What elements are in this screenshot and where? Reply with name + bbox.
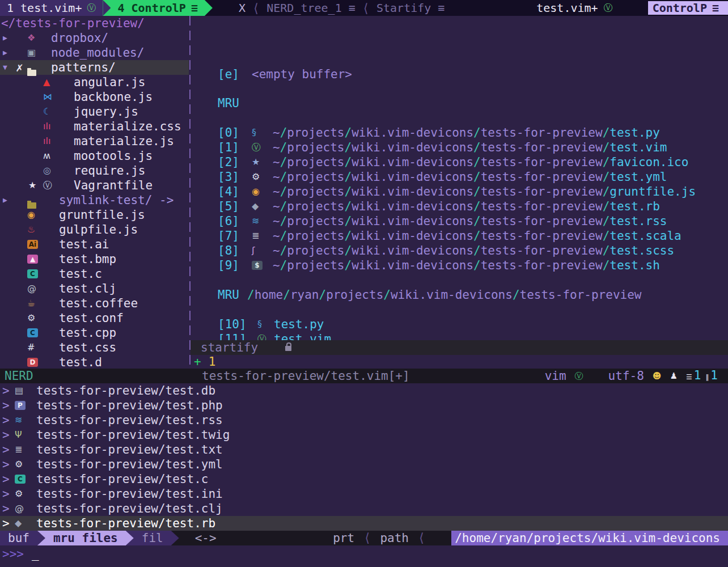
tree-item[interactable]: @test.clj [0,281,189,296]
tree-item[interactable]: Ctest.cpp [0,325,189,340]
startify-empty-buffer-entry[interactable]: [e]<empty buffer> [193,67,728,82]
chevron-right-icon: ▶ [3,45,7,60]
ctrlp-item[interactable]: >⚙tests-for-preview/test.yml [0,457,728,472]
tree-item[interactable]: ◉gruntfile.js [0,208,189,222]
ctrlp-item[interactable]: >Ctests-for-preview/test.c [0,472,728,486]
powerline-arrow [126,531,134,545]
file-path-label: tests-for-preview/test.rb [36,516,215,531]
lock-icon [285,346,291,351]
tree-item[interactable]: ♨gulpfile.js [0,222,189,237]
ctrlp-item[interactable]: >≣tests-for-preview/test.txt [0,442,728,457]
tree-item-label: Vagrantfile [74,178,153,193]
path-separator: / [280,185,287,198]
startify-mru-entry[interactable]: [0]§~/projects/wiki.vim-devicons/tests-f… [193,125,728,140]
path-segment: tests-for-preview [481,259,603,272]
ctrlp-item[interactable]: >Ptests-for-preview/test.php [0,398,728,413]
window-item-nerdtree[interactable]: NERD_tree_1 [266,1,341,15]
close-icon[interactable]: X [239,1,246,15]
d-icon: D [27,358,38,367]
startify-mru-entry[interactable]: [3]⚙~/projects/wiki.vim-devicons/tests-f… [193,170,728,184]
tree-item[interactable]: ılımaterialize.js [0,134,189,149]
ctrlp-item[interactable]: >≋tests-for-preview/test.rss [0,413,728,428]
tree-item[interactable]: #test.css [0,340,189,355]
mode-fil[interactable]: fil [134,531,171,545]
tree-item[interactable]: ▶❖dropbox/ [0,31,189,45]
file-path: ~/projects/wiki.vim-devicons/tests-for-p… [273,243,674,258]
path-segment: home [255,288,283,302]
tab-controlp-right[interactable]: ControlP ≡ [648,1,728,15]
ctrlp-item[interactable]: >⚙tests-for-preview/test.ini [0,486,728,501]
startify-mru-entry[interactable]: [2]★~/projects/wiki.vim-devicons/tests-f… [193,155,728,170]
path-segment: projects [326,288,383,302]
path-separator: / [344,141,352,154]
startify-mru-entry[interactable]: [9]$~/projects/wiki.vim-devicons/tests-f… [193,258,728,273]
tree-item[interactable]: ▶symlink-test/ -> [0,193,189,208]
path-separator: / [383,288,391,302]
ctrlp-list: >▤tests-for-preview/test.db>Ptests-for-p… [0,383,728,531]
tree-item[interactable]: Aitest.ai [0,237,189,252]
ctrlp-item[interactable]: >◆tests-for-preview/test.rb [0,516,728,531]
tree-item[interactable]: ▲test.bmp [0,252,189,266]
tree-item[interactable]: Ctest.c [0,266,189,281]
path-separator: / [280,126,287,139]
powerline-arrow [205,0,213,16]
current-buffer-label[interactable]: test.vim+ [536,1,598,15]
startify-mru-entry[interactable]: [1]Ⓥ~/projects/wiki.vim-devicons/tests-f… [193,140,728,155]
jquery-icon: ☾ [43,104,51,119]
vim-icon: Ⓥ [604,1,613,15]
tree-item[interactable]: ʍmootools.js [0,149,189,163]
tree-item[interactable]: ▲angular.js [0,75,189,90]
separator-icon: ⟨ [418,531,425,545]
startify-mru-entry[interactable]: [8]ʃ~/projects/wiki.vim-devicons/tests-f… [193,243,728,258]
ctrlp-item[interactable]: >@tests-for-preview/test.clj [0,501,728,516]
ctrlp-item[interactable]: >▤tests-for-preview/test.db [0,383,728,398]
path-separator: / [473,155,481,169]
nerdtree-panel: </tests-for-preview/▶❖dropbox/▶▣node_mod… [0,16,189,369]
mode-mru-files[interactable]: mru files [45,531,126,545]
powerline-arrow [103,0,111,16]
path-segment: wiki.vim-devicons [352,229,473,243]
path-segment: tests-for-preview [481,200,603,213]
gear-icon: ⚙ [15,486,23,501]
path-segment: projects [287,229,344,243]
tree-item[interactable]: ★ⓋVagrantfile [0,178,189,193]
segment-label: fil [142,531,163,545]
tree-root-path[interactable]: </tests-for-preview/ [0,16,189,31]
startify-mru-entry[interactable]: [6]≋~/projects/wiki.vim-devicons/tests-f… [193,214,728,229]
startify-mru-entry[interactable]: [11]Ⓥtest.vim [193,332,728,340]
tree-item[interactable]: Dtest.d [0,355,189,369]
ctrlp-statusline-right: prt ⟨ path ⟨ /home/ryan/projects/wiki.vi… [333,531,728,545]
vagrant-icon: Ⓥ [43,178,52,193]
tree-item[interactable]: ☕test.coffee [0,296,189,311]
tree-item-label: test.coffee [59,296,138,311]
tree-item[interactable]: ◎require.js [0,163,189,178]
window-separator[interactable] [189,16,191,369]
path-segment: wiki.vim-devicons [352,214,473,228]
startify-mru-entry[interactable]: [7]≣~/projects/wiki.vim-devicons/tests-f… [193,229,728,243]
vim-screen: 1 test.vim+ Ⓥ 4 ControlP ≡ X ⟨ NERD_tree… [0,0,728,567]
tree-item[interactable]: ▼✗patterns/ [0,60,189,75]
path-separator: / [344,185,352,198]
tree-item[interactable]: ⚙test.conf [0,311,189,325]
file-name: test.vim [274,332,331,340]
window-item-startify[interactable]: Startify [376,1,431,15]
startify-mru-entry[interactable]: [5]◆~/projects/wiki.vim-devicons/tests-f… [193,199,728,214]
php-icon: P [15,401,26,410]
tree-item-label: gulpfile.js [59,222,138,237]
path-separator: / [280,229,287,243]
startify-mru-entry[interactable]: [10]§test.py [193,317,728,332]
ctrlp-item[interactable]: >Ψtests-for-preview/test.twig [0,428,728,442]
path-separator: / [344,155,352,169]
nerdtree-status-label: NERD [5,369,33,383]
ctrlp-prompt[interactable]: >>>_ [0,545,728,567]
rss-icon: ≋ [15,413,22,428]
tree-item[interactable]: ▶▣node_modules/ [0,45,189,60]
tree-item[interactable]: ⋈backbone.js [0,90,189,104]
tree-item[interactable]: ılımaterialize.css [0,119,189,134]
tab-test-vim[interactable]: 1 test.vim+ Ⓥ [0,0,103,16]
mode-buf[interactable]: buf [0,531,37,545]
tab-controlp-active[interactable]: 4 ControlP ≡ [111,0,204,16]
tree-item[interactable]: ☾jquery.js [0,104,189,119]
startify-mru-entry[interactable]: [4]◉~/projects/wiki.vim-devicons/tests-f… [193,184,728,199]
python-icon: § [252,125,256,140]
